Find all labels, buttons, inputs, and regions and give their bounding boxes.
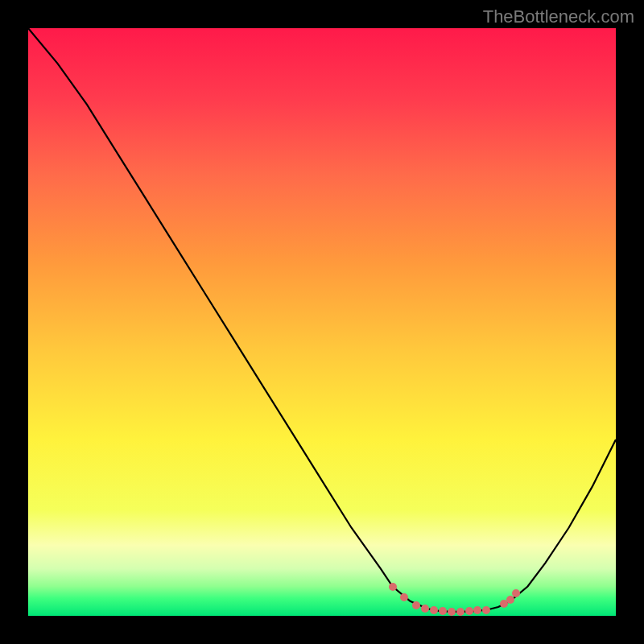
marker-point [412, 601, 420, 609]
marker-point [421, 605, 429, 613]
marker-point [482, 606, 490, 614]
marker-point [465, 607, 473, 615]
chart-plot-area [28, 28, 616, 616]
marker-point [400, 593, 408, 601]
marker-point [389, 583, 397, 591]
marker-point [456, 608, 464, 616]
marker-point [430, 606, 438, 614]
watermark-text: TheBottleneck.com [483, 6, 634, 27]
bottleneck-curve [28, 28, 616, 612]
marker-point [448, 608, 456, 616]
curve-layer [28, 28, 616, 616]
marker-point [473, 606, 481, 614]
marker-point [512, 589, 520, 597]
marker-point [439, 607, 447, 615]
